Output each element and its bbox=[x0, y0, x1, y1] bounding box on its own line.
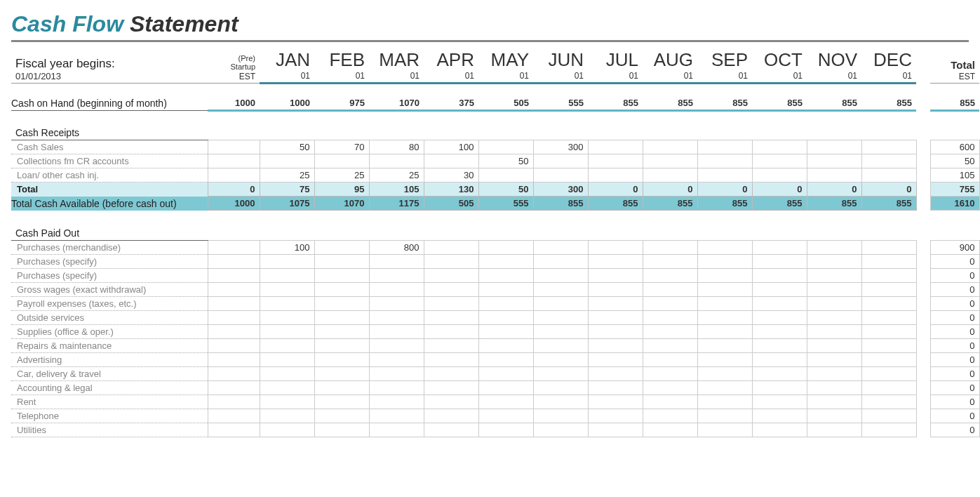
paidout-cell[interactable] bbox=[478, 240, 533, 254]
cash-on-hand-value[interactable]: 555 bbox=[533, 96, 588, 111]
paidout-cell[interactable] bbox=[861, 240, 916, 254]
cash-on-hand-value[interactable]: 855 bbox=[807, 96, 861, 111]
cash-on-hand-value[interactable]: 1000 bbox=[208, 96, 260, 111]
paidout-cell[interactable] bbox=[314, 282, 369, 296]
paidout-cell[interactable] bbox=[861, 296, 916, 310]
paidout-cell[interactable] bbox=[314, 409, 369, 423]
paidout-cell[interactable] bbox=[208, 395, 260, 409]
paidout-cell[interactable] bbox=[643, 409, 697, 423]
paidout-cell[interactable] bbox=[752, 240, 807, 254]
cash-on-hand-value[interactable]: 375 bbox=[424, 96, 478, 111]
paidout-cell[interactable] bbox=[369, 254, 424, 268]
receipts-cell[interactable] bbox=[643, 168, 697, 183]
paidout-cell[interactable] bbox=[533, 282, 588, 296]
paidout-cell[interactable] bbox=[260, 423, 314, 437]
paidout-cell[interactable] bbox=[588, 352, 643, 366]
receipts-cell[interactable] bbox=[643, 154, 697, 168]
paidout-cell[interactable] bbox=[588, 282, 643, 296]
paidout-cell[interactable] bbox=[861, 338, 916, 352]
paidout-cell[interactable] bbox=[643, 380, 697, 395]
paidout-cell[interactable] bbox=[260, 366, 314, 380]
paidout-cell[interactable] bbox=[533, 240, 588, 254]
paidout-cell[interactable] bbox=[807, 296, 861, 310]
paidout-cell[interactable] bbox=[643, 268, 697, 282]
paidout-cell[interactable] bbox=[697, 352, 752, 366]
receipts-cell[interactable] bbox=[369, 154, 424, 168]
paidout-cell[interactable] bbox=[208, 366, 260, 380]
paidout-cell[interactable] bbox=[643, 310, 697, 324]
receipts-cell[interactable] bbox=[752, 154, 807, 168]
paidout-cell[interactable] bbox=[807, 395, 861, 409]
paidout-cell[interactable] bbox=[643, 324, 697, 338]
receipts-cell[interactable]: 300 bbox=[533, 140, 588, 154]
cash-on-hand-value[interactable]: 855 bbox=[697, 96, 752, 111]
paidout-cell[interactable] bbox=[588, 268, 643, 282]
receipts-cell[interactable]: 80 bbox=[369, 140, 424, 154]
paidout-cell[interactable] bbox=[807, 268, 861, 282]
paidout-cell[interactable] bbox=[478, 282, 533, 296]
receipts-cell[interactable] bbox=[697, 154, 752, 168]
paidout-cell[interactable] bbox=[314, 240, 369, 254]
paidout-cell[interactable] bbox=[697, 338, 752, 352]
receipts-cell[interactable]: 25 bbox=[314, 168, 369, 183]
paidout-cell[interactable] bbox=[588, 366, 643, 380]
cash-on-hand-value[interactable]: 1070 bbox=[369, 96, 424, 111]
paidout-cell[interactable] bbox=[752, 366, 807, 380]
paidout-cell[interactable] bbox=[588, 395, 643, 409]
receipts-cell[interactable] bbox=[752, 140, 807, 154]
receipts-cell[interactable] bbox=[588, 140, 643, 154]
paidout-cell[interactable] bbox=[697, 268, 752, 282]
paidout-cell[interactable] bbox=[424, 409, 478, 423]
receipts-cell[interactable] bbox=[807, 168, 861, 183]
paidout-cell[interactable] bbox=[807, 423, 861, 437]
cash-on-hand-value[interactable]: 975 bbox=[314, 96, 369, 111]
paidout-cell[interactable] bbox=[424, 423, 478, 437]
paidout-cell[interactable] bbox=[697, 240, 752, 254]
paidout-cell[interactable] bbox=[478, 310, 533, 324]
paidout-cell[interactable] bbox=[807, 366, 861, 380]
paidout-cell[interactable] bbox=[643, 296, 697, 310]
paidout-cell[interactable] bbox=[314, 380, 369, 395]
paidout-cell[interactable] bbox=[861, 380, 916, 395]
paidout-cell[interactable] bbox=[260, 282, 314, 296]
receipts-cell[interactable] bbox=[807, 140, 861, 154]
paidout-cell[interactable] bbox=[643, 254, 697, 268]
paidout-cell[interactable] bbox=[260, 254, 314, 268]
paidout-cell[interactable] bbox=[861, 254, 916, 268]
paidout-cell[interactable] bbox=[369, 324, 424, 338]
paidout-cell[interactable] bbox=[643, 423, 697, 437]
paidout-cell[interactable] bbox=[697, 395, 752, 409]
receipts-cell[interactable] bbox=[643, 140, 697, 154]
receipts-cell[interactable] bbox=[861, 140, 916, 154]
paidout-cell[interactable] bbox=[314, 338, 369, 352]
receipts-cell[interactable]: 70 bbox=[314, 140, 369, 154]
paidout-cell[interactable] bbox=[208, 296, 260, 310]
paidout-cell[interactable] bbox=[533, 324, 588, 338]
paidout-cell[interactable] bbox=[588, 324, 643, 338]
paidout-cell[interactable] bbox=[478, 395, 533, 409]
paidout-cell[interactable] bbox=[208, 380, 260, 395]
cash-on-hand-value[interactable]: 505 bbox=[478, 96, 533, 111]
receipts-cell[interactable] bbox=[697, 140, 752, 154]
paidout-cell[interactable] bbox=[588, 254, 643, 268]
paidout-cell[interactable] bbox=[478, 324, 533, 338]
receipts-cell[interactable] bbox=[861, 168, 916, 183]
paidout-cell[interactable] bbox=[861, 409, 916, 423]
paidout-cell[interactable] bbox=[752, 268, 807, 282]
paidout-cell[interactable] bbox=[533, 310, 588, 324]
paidout-cell[interactable] bbox=[369, 395, 424, 409]
receipts-cell[interactable] bbox=[424, 154, 478, 168]
paidout-cell[interactable] bbox=[424, 324, 478, 338]
paidout-cell[interactable] bbox=[260, 395, 314, 409]
paidout-cell[interactable] bbox=[533, 338, 588, 352]
paidout-cell[interactable] bbox=[697, 310, 752, 324]
paidout-cell[interactable] bbox=[588, 423, 643, 437]
paidout-cell[interactable] bbox=[314, 296, 369, 310]
paidout-cell[interactable] bbox=[643, 395, 697, 409]
cash-on-hand-value[interactable]: 855 bbox=[861, 96, 916, 111]
receipts-cell[interactable] bbox=[697, 168, 752, 183]
paidout-cell[interactable] bbox=[861, 324, 916, 338]
paidout-cell[interactable] bbox=[369, 423, 424, 437]
paidout-cell[interactable] bbox=[478, 366, 533, 380]
paidout-cell[interactable] bbox=[208, 352, 260, 366]
